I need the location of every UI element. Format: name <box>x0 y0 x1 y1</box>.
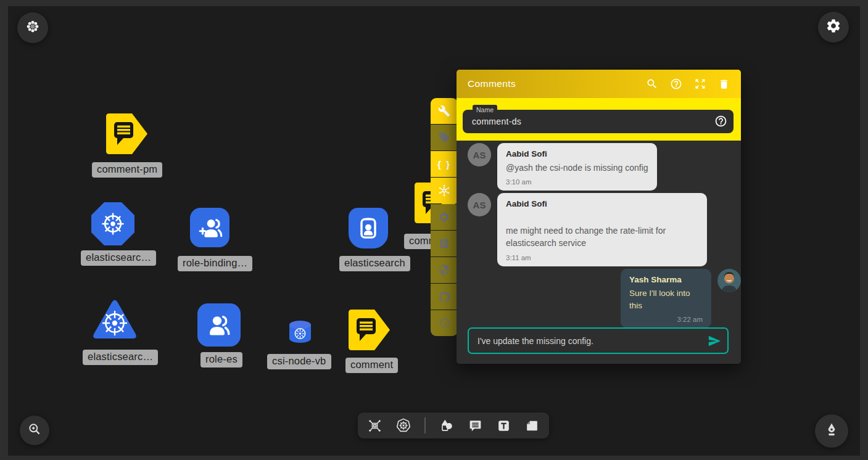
node-label[interactable]: csi-node-vb <box>267 354 331 369</box>
tag-button[interactable] <box>431 125 458 150</box>
wrench-icon <box>438 105 450 117</box>
components-icon[interactable] <box>367 418 382 433</box>
message-bubble: Yash Sharma Sure I'll look into this 3:2… <box>621 269 711 328</box>
json-config-button[interactable]: { } <box>431 151 458 177</box>
shield-icon <box>438 264 450 276</box>
gear-icon <box>438 211 450 223</box>
panel-header-actions <box>646 78 730 90</box>
image-tool-icon[interactable] <box>524 418 540 433</box>
role-binding-shape <box>190 208 229 247</box>
message-author: Aabid Sofi <box>506 149 648 158</box>
github-button[interactable] <box>431 284 458 310</box>
doc-search-icon <box>438 237 450 250</box>
github-icon <box>438 290 451 303</box>
avatar: AS <box>468 143 491 166</box>
pen-nib-icon <box>823 421 840 441</box>
help-icon[interactable] <box>670 78 682 90</box>
message-text: @yash the csi-node is missing config <box>506 162 648 174</box>
node-label[interactable]: elasticsearch <box>339 256 410 271</box>
id-badge-icon <box>355 214 382 242</box>
node-label[interactable]: comment <box>345 358 398 373</box>
users-icon <box>204 310 234 340</box>
message-author: Yash Sharma <box>629 275 703 284</box>
node-role-binding[interactable] <box>190 208 229 247</box>
comments-panel-header[interactable]: Comments <box>457 70 741 98</box>
history-icon <box>438 317 450 329</box>
kubernetes-octagon-shape <box>91 202 134 245</box>
delete-icon[interactable] <box>718 78 730 90</box>
shapes-icon[interactable] <box>439 417 455 433</box>
message-text: me might need to change the rate-limit f… <box>506 224 698 250</box>
node-name-section: Name <box>457 98 741 141</box>
mesh-button[interactable] <box>431 178 458 203</box>
gear-icon <box>825 18 841 36</box>
expand-icon[interactable] <box>694 78 706 90</box>
name-input[interactable] <box>463 110 734 133</box>
comment-shape-icon <box>347 308 391 351</box>
message-time: 3:10 am <box>506 178 648 186</box>
message-bubble: Aabid Sofi @yash the csi-node is missing… <box>497 143 657 191</box>
send-icon[interactable] <box>708 334 721 348</box>
node-elasticsearch-badge[interactable] <box>349 208 388 248</box>
name-field-label: Name <box>473 105 497 115</box>
security-button[interactable] <box>431 257 458 283</box>
node-label[interactable]: elasticsearc… <box>81 250 156 266</box>
name-field-wrap: Name <box>463 110 734 133</box>
history-button[interactable] <box>431 310 458 336</box>
inspect-resource-button[interactable] <box>431 231 458 257</box>
node-comment[interactable] <box>347 308 391 354</box>
node-comment-pm[interactable] <box>105 113 148 157</box>
chat-message: Yash Sharma Sure I'll look into this 3:2… <box>621 269 741 328</box>
message-text: Sure I'll look into this <box>629 287 703 311</box>
message-bubble: Aabid Sofi me might need to change the r… <box>497 193 707 266</box>
avatar-photo <box>717 269 741 328</box>
service-account-shape <box>349 208 388 248</box>
chat-message: AS Aabid Sofi @yash the csi-node is miss… <box>468 143 657 191</box>
comment-shape-icon <box>105 113 148 155</box>
shape-palette-toolbar <box>358 413 549 438</box>
comments-panel: Comments Name AS Aabid Sofi @yash the cs… <box>457 70 741 364</box>
node-label[interactable]: elasticsearc… <box>83 350 158 365</box>
kubernetes-icon[interactable] <box>395 417 411 433</box>
settings-button[interactable] <box>818 12 849 43</box>
toolbar-divider <box>424 417 426 433</box>
comment-tool-icon[interactable] <box>468 418 483 433</box>
search-icon[interactable] <box>646 78 658 90</box>
add-user-icon <box>196 213 224 242</box>
kubernetes-triangle-shape <box>91 296 138 343</box>
app-menu-button[interactable] <box>17 12 48 43</box>
settings-node-button[interactable] <box>431 204 458 230</box>
message-time: 3:22 am <box>629 316 703 323</box>
configure-button[interactable] <box>431 98 458 124</box>
node-label[interactable]: comment-pm <box>92 162 162 178</box>
message-author: Aabid Sofi <box>506 199 698 208</box>
pen-tool-button[interactable] <box>815 414 848 448</box>
node-elasticsearch-octagon[interactable] <box>91 202 134 245</box>
kubernetes-wheel-icon <box>100 211 126 237</box>
chat-message: AS Aabid Sofi me might need to change th… <box>468 193 707 266</box>
avatar: AS <box>468 193 491 216</box>
node-actions-toolbar: { } <box>431 98 458 336</box>
node-label[interactable]: role-binding… <box>178 256 252 271</box>
zoom-in-icon <box>27 422 42 439</box>
chat-input-wrap <box>468 327 729 354</box>
app-window: comment-pm elasticsearc… <box>0 0 868 460</box>
mesh-hub-icon <box>437 184 451 197</box>
node-label[interactable]: role-es <box>200 352 242 368</box>
field-help-icon[interactable] <box>714 115 727 130</box>
storage-cylinder-icon <box>288 319 312 344</box>
tag-icon <box>438 131 450 144</box>
message-time: 3:11 am <box>506 254 698 261</box>
role-shape <box>197 303 241 347</box>
panel-title: Comments <box>468 78 516 89</box>
zoom-button[interactable] <box>20 416 49 445</box>
braces-icon: { } <box>437 159 451 170</box>
node-role-es[interactable] <box>197 303 241 347</box>
node-csi-node-vb[interactable] <box>288 319 312 347</box>
chat-message-input[interactable] <box>477 336 708 346</box>
node-elasticsearch-triangle[interactable] <box>91 296 138 345</box>
text-tool-icon[interactable] <box>496 418 511 433</box>
app-wheel-icon <box>25 19 40 36</box>
